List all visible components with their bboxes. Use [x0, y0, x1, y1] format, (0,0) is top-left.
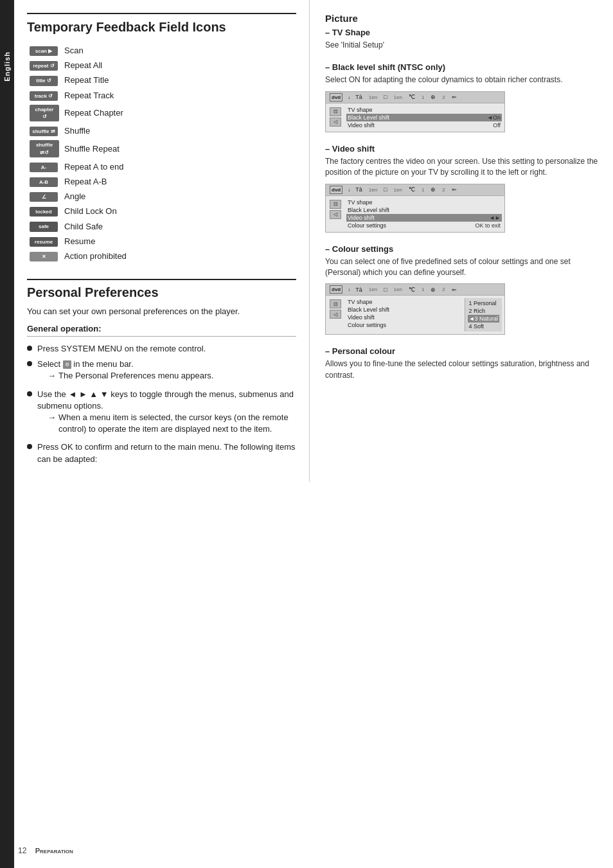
osd-option: ◄3 Natural — [468, 315, 499, 323]
osd-top-icon: ⇐ — [452, 186, 457, 193]
osd-row-label: Colour settings — [348, 322, 463, 328]
osd-row-label: Black Level shift — [348, 207, 501, 213]
bullet-dot — [27, 346, 32, 351]
icon-cell: ✕ — [27, 249, 62, 263]
icon-row: title ↺Repeat Title — [27, 73, 296, 87]
bullet-content: Use the ◄ ► ▲ ▼ keys to toggle through t… — [37, 389, 296, 438]
osd-body: ⊡◁TV shapeBlack Level shift◄OnVideo shif… — [326, 103, 504, 132]
icon-badge: repeat ↺ — [30, 61, 58, 71]
osd-left-icon: ◁ — [330, 310, 341, 319]
osd-body: ⊡◁TV shapeBlack Level shiftVideo shift◄►… — [326, 196, 504, 232]
page-label: Preparation — [35, 847, 73, 855]
page-footer: 12 Preparation — [18, 846, 73, 855]
icon-row: A-BRepeat A-B — [27, 174, 296, 189]
list-item: Select ⚙ in the menu bar.→The Personal P… — [27, 359, 296, 384]
right-column: Picture – TV ShapeSee 'Initial Setup'– B… — [310, 0, 613, 482]
icon-badge: scan ▶ — [30, 46, 58, 56]
list-item: Use the ◄ ► ▲ ▼ keys to toggle through t… — [27, 389, 296, 438]
icon-label: Repeat Title — [62, 73, 296, 87]
osd-left-icons: ⊡◁ — [328, 298, 342, 332]
osd-row-label: TV shape — [348, 199, 501, 206]
section2-intro: You can set your own personal preference… — [27, 306, 296, 316]
osd-rows: TV shapeBlack Level shiftVideo shift◄►Co… — [346, 199, 502, 229]
osd-row: Colour settingsOK to exit — [346, 222, 502, 229]
icon-cell: resume — [27, 234, 62, 249]
osd-top-icon: □ — [384, 94, 387, 100]
osd-screen-colour-settings: dvd↓Tà1en□1en℃1⊕2⇐⊡◁TV shapeBlack Level … — [325, 283, 505, 335]
icon-cell: shuffle ⇌ — [27, 123, 62, 138]
osd-body: ⊡◁TV shapeBlack Level shiftVideo shiftCo… — [326, 296, 504, 334]
osd-screen-video-shift: dvd↓Tà1en□1en℃1⊕2⇐⊡◁TV shapeBlack Level … — [325, 184, 505, 233]
icon-badge: ∠ — [30, 192, 58, 202]
bullet-content: Select ⚙ in the menu bar.→The Personal P… — [37, 359, 213, 384]
osd-left-icon: ◁ — [330, 118, 341, 127]
icon-badge: ✕ — [30, 252, 58, 261]
icon-cell: track ↺ — [27, 88, 62, 103]
osd-top-icon: ⊕ — [431, 186, 436, 193]
osd-row-value: OK to exit — [475, 222, 501, 229]
osd-row: Black Level shift◄On — [346, 114, 502, 121]
osd-row-label: TV shape — [348, 299, 463, 305]
osd-left-icon: ⊡ — [330, 107, 341, 116]
icon-label: Repeat All — [62, 58, 296, 73]
sidebar-label: English — [3, 51, 11, 82]
osd-option: 2 Rich — [468, 307, 499, 315]
sidebar: English — [0, 0, 14, 868]
subsection-title-tv-shape: – TV Shape — [325, 28, 600, 37]
osd-row-label: Colour settings — [348, 222, 472, 229]
osd-row: TV shape — [346, 106, 502, 114]
icon-label: Repeat A-B — [62, 174, 296, 189]
bullet-list: Press SYSTEM MENU on the remote control.… — [27, 343, 296, 465]
osd-top-icon: Tà — [355, 287, 362, 293]
bullet-content: Press SYSTEM MENU on the remote control. — [37, 343, 206, 355]
osd-top-icon: ℃ — [409, 186, 415, 193]
subsection-body-colour-settings: You can select one of five predefined se… — [325, 256, 600, 279]
osd-left-icons: ⊡◁ — [328, 106, 342, 129]
subsection-title-personal-colour: – Personal colour — [325, 346, 600, 356]
bullet-dot — [27, 361, 32, 366]
icon-badge: resume — [30, 237, 58, 247]
icon-row: track ↺Repeat Track — [27, 88, 296, 103]
osd-top-icon: Tà — [355, 94, 362, 100]
osd-right-options: 1 Personal2 Rich◄3 Natural4 Soft — [465, 298, 502, 332]
osd-top-icon: ⊕ — [431, 94, 436, 100]
left-column: Temporary Feedback Field Icons scan ▶Sca… — [14, 0, 310, 482]
arrow-item: →The Personal Preferences menu appears. — [48, 370, 213, 382]
osd-row-label: Black Level shift — [348, 306, 463, 313]
osd-top-bar: dvd↓Tà1en□1en℃1⊕2⇐ — [326, 184, 504, 196]
general-op-title: General operation: — [27, 324, 296, 337]
icon-label: Child Safe — [62, 218, 296, 233]
osd-row: Black Level shift — [346, 306, 465, 314]
osd-option: 4 Soft — [468, 323, 499, 330]
icon-row: chapter ↺Repeat Chapter — [27, 103, 296, 123]
list-item: Press OK to confirm and return to the ma… — [27, 441, 296, 465]
icon-row: shuffle ⇌Shuffle — [27, 123, 296, 138]
icon-row: lockedChild Lock On — [27, 204, 296, 218]
osd-left-icon: ⊡ — [330, 200, 341, 209]
icon-row: repeat ↺Repeat All — [27, 58, 296, 73]
icon-label: Resume — [62, 234, 296, 249]
osd-top-icon: □ — [384, 186, 387, 193]
osd-row-label: Video shift — [348, 314, 463, 321]
icon-label: Scan — [62, 43, 296, 58]
icon-badge: locked — [30, 207, 58, 217]
osd-top-bar: dvd↓Tà1en□1en℃1⊕2⇐ — [326, 284, 504, 296]
section1-title: Temporary Feedback Field Icons — [27, 13, 296, 35]
osd-row-label: Video shift — [348, 215, 486, 221]
bullet-dot — [27, 391, 32, 396]
icon-row: ✕Action prohibited — [27, 249, 296, 263]
icon-badge: safe — [30, 222, 58, 231]
right-subsection-video-shift: – Video shiftThe factory centres the vid… — [325, 144, 600, 233]
osd-screen-black-level-shift: dvd↓Tà1en□1en℃1⊕2⇐⊡◁TV shapeBlack Level … — [325, 91, 505, 132]
icon-row: shuffle ⇌↺Shuffle Repeat — [27, 138, 296, 159]
icon-cell: title ↺ — [27, 73, 62, 87]
icon-cell: A- — [27, 159, 62, 174]
bullet-dot — [27, 444, 32, 449]
icon-cell: safe — [27, 218, 62, 233]
icon-badge: shuffle ⇌ — [30, 127, 58, 136]
icon-badge: title ↺ — [30, 76, 58, 85]
osd-row-label: TV shape — [348, 107, 501, 113]
osd-left-icon: ◁ — [330, 210, 341, 219]
osd-top-icon: □ — [384, 287, 387, 293]
osd-top-icon: ⊕ — [431, 287, 436, 293]
